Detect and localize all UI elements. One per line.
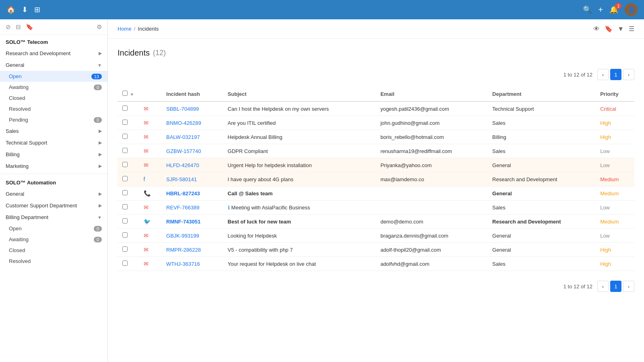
department-text: General — [492, 247, 511, 253]
page-title: Incidents (12) — [118, 48, 634, 58]
page-1-button[interactable]: 1 — [610, 69, 621, 80]
grid-icon[interactable]: ⊞ — [34, 5, 40, 14]
sidebar-item-open[interactable]: Open 13 — [0, 71, 107, 82]
tree-icon[interactable]: ⊟ — [16, 23, 21, 31]
sidebar-item-billing-closed[interactable]: Closed — [0, 245, 107, 256]
sidebar-item-pending[interactable]: Pending 0 — [0, 114, 107, 125]
sidebar-group-label: Sales — [6, 128, 19, 134]
chevron-down-icon: ▶ — [99, 140, 102, 145]
row-department: Research and Development — [487, 215, 595, 229]
next-page-button-bottom[interactable]: › — [623, 281, 634, 292]
more-icon[interactable]: ☰ — [629, 25, 634, 33]
notification-icon[interactable]: 🔔 3 — [609, 5, 618, 14]
sidebar-item-awaiting[interactable]: Awaiting 0 — [0, 82, 107, 93]
subject-text: Are you ITIL certified — [228, 120, 276, 126]
breadcrumb-actions: 👁 🔖 ▼ ☰ — [593, 25, 634, 33]
row-subject: Your request for Helpdesk on live chat — [223, 257, 376, 271]
row-checkbox[interactable] — [122, 246, 128, 252]
department-text: Sales — [492, 261, 506, 267]
email-text: demo@demo.com — [380, 219, 423, 225]
row-checkbox[interactable] — [122, 261, 128, 266]
table-row: ✉ GBJK-993199 Looking for Helpdesk braga… — [118, 229, 634, 243]
chevron-up-icon: ▼ — [97, 63, 102, 68]
header-email[interactable]: Email — [376, 87, 487, 101]
row-department: Technical Support — [487, 101, 595, 116]
row-hash[interactable]: RMNF-743051 — [161, 215, 223, 229]
sidebar-item-billing-open[interactable]: Open 0 — [0, 223, 107, 234]
row-hash[interactable]: REVF-766389 — [161, 201, 223, 215]
row-checkbox[interactable] — [122, 232, 128, 238]
sidebar-item-marketing[interactable]: Marketing ▶ — [0, 160, 107, 172]
prev-page-button[interactable]: ‹ — [597, 69, 609, 80]
sidebar-item-research-dev[interactable]: Research and Development ▶ — [0, 48, 107, 59]
row-checkbox[interactable] — [122, 148, 128, 153]
row-hash[interactable]: SJRI-580141 — [161, 172, 223, 186]
sidebar-item-billing[interactable]: Billing ▶ — [0, 149, 107, 160]
select-all-checkbox[interactable] — [122, 91, 128, 96]
row-hash[interactable]: WTHJ-363716 — [161, 257, 223, 271]
header-department[interactable]: Department — [487, 87, 595, 101]
row-checkbox[interactable] — [122, 105, 128, 111]
hash-text: RMPR-286228 — [166, 247, 201, 253]
chevron-down-icon: ▶ — [99, 152, 102, 157]
row-department: Billing — [487, 130, 595, 144]
filter-icon[interactable]: ⊘ — [6, 23, 11, 31]
sidebar-item-general[interactable]: General ▼ — [0, 59, 107, 71]
row-checkbox-cell — [118, 215, 139, 229]
row-subject: Are you ITIL certified — [223, 116, 376, 130]
row-checkbox[interactable] — [122, 204, 128, 209]
sidebar-item-billing-resolved[interactable]: Resolved — [0, 256, 107, 267]
sidebar-item-technical-support[interactable]: Technical Support ▶ — [0, 137, 107, 149]
bookmark-icon[interactable]: 🔖 — [26, 23, 33, 31]
subject-text: GDPR Compliant — [228, 148, 268, 154]
row-hash[interactable]: SBBL-704899 — [161, 101, 223, 116]
eye-icon[interactable]: 👁 — [593, 25, 600, 33]
row-channel: ✉ — [139, 144, 161, 158]
row-checkbox[interactable] — [122, 134, 128, 139]
page-1-button-bottom[interactable]: 1 — [610, 281, 621, 292]
email-text: Priyanka@yahoo.com — [380, 162, 431, 168]
filter-action-icon[interactable]: ▼ — [617, 25, 624, 33]
sidebar-item-sales[interactable]: Sales ▶ — [0, 125, 107, 137]
row-email: renusharma19@rediffmail.com — [376, 144, 487, 158]
row-hash[interactable]: BNMO-426289 — [161, 116, 223, 130]
row-checkbox[interactable] — [122, 190, 128, 195]
avatar[interactable]: 👤 — [625, 3, 638, 16]
row-hash[interactable]: BALW-032197 — [161, 130, 223, 144]
sidebar-item-closed[interactable]: Closed — [0, 93, 107, 103]
breadcrumb-home[interactable]: Home — [118, 26, 132, 32]
chevron-down-icon: ▶ — [99, 163, 102, 169]
gear-icon[interactable]: ⚙ — [97, 23, 102, 31]
subject-text: V5 - compatibility with php 7 — [228, 247, 293, 253]
row-checkbox[interactable] — [122, 218, 128, 223]
search-icon[interactable]: 🔍 — [583, 5, 592, 14]
header-subject[interactable]: Subject — [223, 87, 376, 101]
department-text: General — [492, 162, 511, 168]
subject-text: Can I host the Helpdesk on my own server… — [228, 106, 329, 112]
row-hash[interactable]: HLFD-426470 — [161, 158, 223, 172]
row-checkbox[interactable] — [122, 162, 128, 167]
header-incident-hash[interactable]: Incident hash — [161, 87, 223, 101]
add-icon[interactable]: + — [598, 5, 603, 14]
next-page-button[interactable]: › — [623, 69, 634, 80]
row-priority: High — [595, 243, 634, 257]
row-hash[interactable]: GBJK-993199 — [161, 229, 223, 243]
row-hash[interactable]: GZBW-157740 — [161, 144, 223, 158]
sidebar-item-resolved[interactable]: Resolved — [0, 103, 107, 114]
sidebar-item-customer-support[interactable]: Customer Support Department ▶ — [0, 200, 107, 211]
home-icon[interactable]: 🏠 — [6, 5, 15, 14]
row-hash[interactable]: RMPR-286228 — [161, 243, 223, 257]
bookmark-action-icon[interactable]: 🔖 — [605, 25, 613, 33]
row-checkbox[interactable] — [122, 120, 128, 125]
hash-text: GBJK-993199 — [166, 233, 199, 239]
navbar: 🏠 ⬇ ⊞ 🔍 + 🔔 3 👤 — [0, 0, 644, 19]
sidebar-item-general2[interactable]: General ▶ — [0, 188, 107, 200]
download-icon[interactable]: ⬇ — [22, 5, 28, 14]
header-priority[interactable]: Priority — [595, 87, 634, 101]
priority-text: Low — [600, 148, 610, 154]
prev-page-button-bottom[interactable]: ‹ — [597, 281, 609, 292]
sidebar-item-billing-awaiting[interactable]: Awaiting 0 — [0, 234, 107, 245]
sidebar-item-billing-dept[interactable]: Billing Department ▼ — [0, 211, 107, 223]
row-hash[interactable]: HBRL-827243 — [161, 186, 223, 201]
row-checkbox[interactable] — [122, 176, 128, 181]
